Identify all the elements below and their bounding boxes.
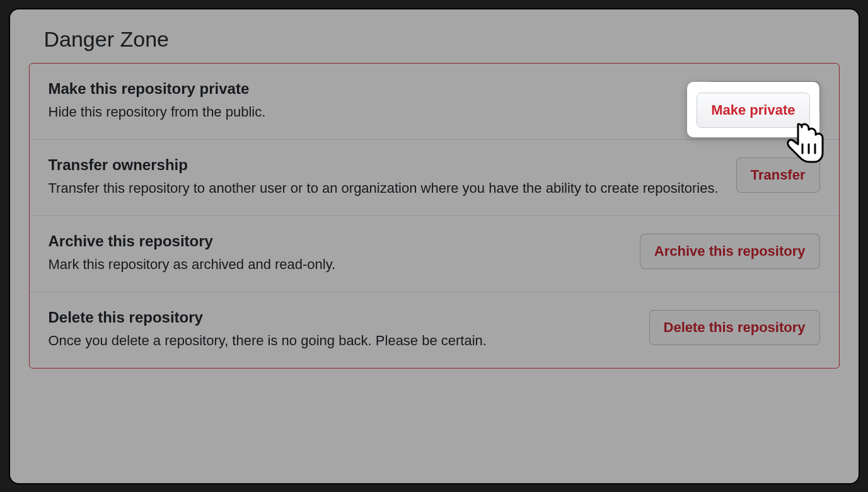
row-description: Hide this repository from the public. <box>49 101 692 123</box>
row-title: Transfer ownership <box>49 156 721 174</box>
row-transfer-ownership: Transfer ownership Transfer this reposit… <box>30 140 839 216</box>
danger-zone-section: Danger Zone Make this repository private… <box>10 9 859 394</box>
row-archive-repository: Archive this repository Mark this reposi… <box>30 216 839 292</box>
archive-repository-button[interactable]: Archive this repository <box>640 234 820 269</box>
row-delete-repository: Delete this repository Once you delete a… <box>30 292 839 368</box>
row-title: Delete this repository <box>49 309 634 326</box>
highlight-callout: Make private <box>687 82 819 137</box>
row-title: Archive this repository <box>49 232 625 250</box>
transfer-button[interactable]: Transfer <box>736 157 820 193</box>
row-text: Archive this repository Mark this reposi… <box>49 232 640 275</box>
panel-title: Danger Zone <box>44 27 840 52</box>
delete-repository-button[interactable]: Delete this repository <box>649 310 820 345</box>
row-text: Delete this repository Once you delete a… <box>49 309 649 352</box>
make-private-button-highlight[interactable]: Make private <box>697 93 809 128</box>
row-text: Transfer ownership Transfer this reposit… <box>49 156 736 199</box>
row-description: Once you delete a repository, there is n… <box>49 330 634 352</box>
row-description: Transfer this repository to another user… <box>49 178 721 199</box>
row-title: Make this repository private <box>49 80 692 98</box>
row-text: Make this repository private Hide this r… <box>49 80 707 123</box>
row-description: Mark this repository as archived and rea… <box>49 254 625 275</box>
settings-frame: Danger Zone Make this repository private… <box>10 9 859 483</box>
